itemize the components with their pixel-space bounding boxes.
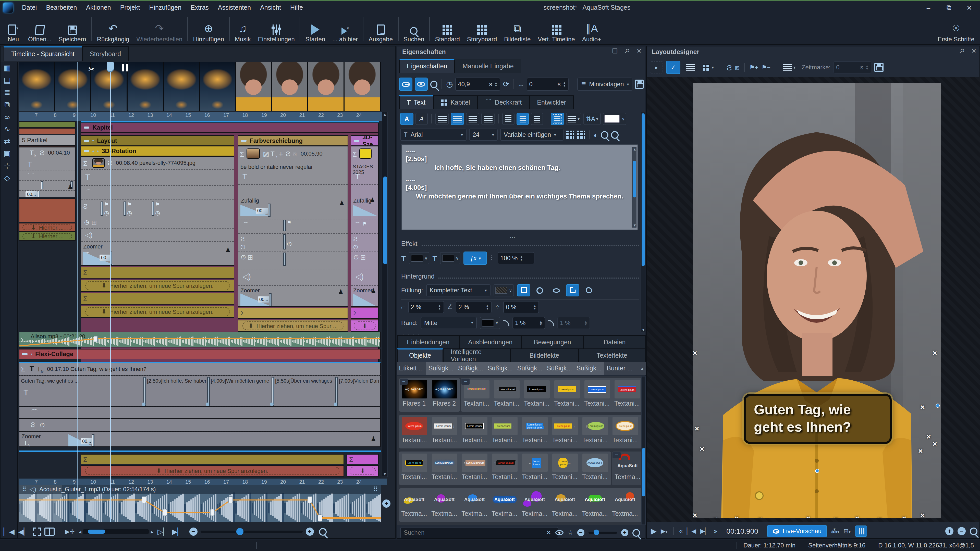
- playhead-line[interactable]: [110, 72, 111, 522]
- selection-handle-x[interactable]: ×: [902, 514, 907, 518]
- selection-handle-x[interactable]: ×: [932, 439, 937, 448]
- drop-zone-hierher[interactable]: ⬇Hierher ...: [22, 233, 72, 239]
- menu-datei[interactable]: Datei: [18, 0, 41, 15]
- erste-schritte-button[interactable]: ☉Erste Schritte: [934, 14, 978, 44]
- outline-color-picker[interactable]: ∨: [440, 252, 461, 264]
- selection-handle-x[interactable]: ×: [877, 515, 882, 518]
- pin-panel-icon[interactable]: ⚲: [623, 47, 631, 55]
- szene-content[interactable]: Σ STAGES 2025 T Zufällig ♟ ▨ ⌒⚑ Ƨ◷ ◷⊞ ◁)…: [351, 146, 379, 306]
- close-button[interactable]: ✕: [959, 1, 979, 14]
- selection-handle-x[interactable]: ×: [806, 514, 811, 518]
- storyboard-view-button[interactable]: Storyboard: [463, 14, 501, 44]
- font-size-dropdown[interactable]: 24▾: [469, 129, 498, 141]
- play-pointer-icon[interactable]: ▶✛: [65, 528, 75, 535]
- visibility-button[interactable]: [415, 78, 428, 91]
- float-panel-icon[interactable]: ❑: [612, 48, 618, 55]
- selection-handle-x[interactable]: ×: [695, 424, 699, 433]
- playlist-icon[interactable]: ⊞▾: [843, 527, 851, 535]
- add-keyframe-icon[interactable]: ⚑+: [749, 64, 759, 71]
- selection-handle-x[interactable]: ×: [920, 511, 925, 518]
- tab-kapitel[interactable]: Kapitel: [433, 95, 477, 109]
- padding-x-spinner[interactable]: 2 %▲▼: [408, 301, 444, 313]
- flexi-collage-track-header[interactable]: Flexi-Collage: [19, 349, 381, 359]
- collapse-group-button[interactable]: −: [612, 452, 620, 458]
- contrast-icon[interactable]: ◐: [593, 130, 598, 139]
- levels-button[interactable]: [855, 526, 867, 537]
- layout-grid-icon[interactable]: [566, 130, 574, 139]
- tab-manuelle-eingabe[interactable]: Manuelle Eingabe: [455, 59, 521, 73]
- motion-path-icon[interactable]: Ƨ: [727, 63, 732, 72]
- zoom-in-text-icon[interactable]: [601, 131, 608, 138]
- einstellungen-button[interactable]: Einstellungen: [255, 14, 298, 44]
- close-panel-icon[interactable]: ✕: [971, 48, 977, 55]
- align-center-button[interactable]: [451, 113, 464, 125]
- list-options-button[interactable]: ▾: [780, 61, 799, 73]
- text-overlay[interactable]: Guten Tag, wie geht es Ihnen?: [744, 394, 892, 444]
- object-item[interactable]: Lorem ipsum Textani...: [612, 380, 642, 407]
- prev-keyframe-icon[interactable]: ▏◀: [687, 527, 696, 535]
- preview-zoom-fit[interactable]: [970, 527, 977, 535]
- object-item[interactable]: ←Lorem ipsum Textani...: [520, 454, 550, 481]
- list-style-button[interactable]: ▾: [566, 113, 581, 125]
- tab-objekte[interactable]: Objekte: [397, 348, 443, 362]
- neu-button[interactable]: ▾Neu: [2, 14, 24, 44]
- timeline-zoom-slider[interactable]: [200, 530, 302, 533]
- font-color-picker[interactable]: ∨: [603, 113, 626, 125]
- valign-middle-button[interactable]: [517, 113, 529, 125]
- text-wrap-button[interactable]: [551, 113, 564, 125]
- group-etikett[interactable]: Etikett ...: [397, 365, 426, 372]
- storyboard-pages-icon[interactable]: [45, 527, 55, 536]
- zoomer-row[interactable]: Zoomer Tfx 00... ♟: [19, 432, 381, 447]
- bold-button[interactable]: A: [400, 113, 414, 125]
- object-item[interactable]: Lorem ipsumdolor sit amet Textani...: [520, 417, 550, 444]
- skip-end-icon[interactable]: ▶▏: [172, 527, 183, 536]
- partikel-label[interactable]: 5 Partikel: [19, 135, 75, 145]
- save-template-icon[interactable]: [635, 79, 644, 89]
- thumb-size-slider[interactable]: [589, 532, 617, 534]
- drop-zone-hierher[interactable]: ⬇Hierher ...: [22, 224, 72, 230]
- select-tool-button[interactable]: ▸: [650, 61, 663, 73]
- filmstrip-preview[interactable]: [19, 62, 381, 111]
- menu-extras[interactable]: Extras: [186, 0, 213, 15]
- vert-timeline-button[interactable]: Vert. Timeline: [534, 14, 578, 44]
- align-right-button[interactable]: [466, 113, 479, 125]
- timeline-tool-list-icon[interactable]: ≣: [0, 86, 14, 98]
- padding-y-spinner[interactable]: 2 %▲▼: [456, 301, 492, 313]
- opacity-spinner[interactable]: 100 %▲▼: [498, 252, 535, 264]
- kapitel-track-header[interactable]: Kapitel: [81, 122, 379, 133]
- farbverschiebung-track-header[interactable]: Farbverschiebung: [238, 135, 348, 146]
- tab-deckkraft[interactable]: ⌒Deckkraft: [478, 95, 530, 109]
- object-item[interactable]: AquaSoftTextma...: [550, 490, 580, 517]
- menu-bearbeiten[interactable]: Bearbeiten: [41, 0, 81, 15]
- object-item[interactable]: AquaSoftTextma...: [460, 490, 490, 517]
- selection-handle-x[interactable]: ×: [834, 515, 838, 518]
- timeline-tool-handles-icon[interactable]: ◇: [0, 172, 14, 184]
- object-item[interactable]: Lor m ips m Textani...: [399, 454, 429, 481]
- selection-handle-x[interactable]: ×: [713, 515, 718, 518]
- selection-handle-x[interactable]: ×: [693, 348, 697, 357]
- italic-button[interactable]: A: [415, 113, 428, 125]
- timeline-ruler[interactable]: 789101112131415161718192021222324: [19, 112, 387, 121]
- object-item[interactable]: AquaSoftTextma...: [520, 490, 550, 517]
- bilderliste-button[interactable]: ⧉Bilderliste: [501, 14, 534, 44]
- collapse-group-button[interactable]: −: [400, 379, 408, 385]
- prev-frame-icon[interactable]: ◀▏: [18, 527, 29, 536]
- rueckgaengig-button[interactable]: ↶Rückgängig: [94, 14, 133, 44]
- szene-track-header[interactable]: 3D-Sze: [351, 135, 379, 146]
- next-frame-icon[interactable]: ▷▏: [158, 527, 169, 536]
- layers-button[interactable]: [683, 61, 697, 73]
- preview-area[interactable]: Guten Tag, wie geht es Ihnen? ××××××××××…: [647, 77, 980, 522]
- text-editor[interactable]: ----- [2.50s] Ich hoffe, Sie haben einen…: [401, 144, 638, 230]
- close-panel-icon[interactable]: ✕: [636, 48, 641, 55]
- preview-zoom-in[interactable]: +: [945, 527, 953, 535]
- offset-spinner[interactable]: 0s ▲▼: [527, 78, 569, 91]
- shape-path-button[interactable]: [566, 284, 579, 297]
- selection-handle-x[interactable]: ×: [700, 445, 704, 453]
- border-color-picker[interactable]: ∨: [480, 317, 500, 329]
- object-item[interactable]: Lorem ipsum→ Textani...: [550, 417, 580, 444]
- selection-handle-x[interactable]: ×: [758, 515, 762, 518]
- object-item[interactable]: Lorem ipsum→ Textani...: [550, 454, 580, 481]
- menu-hinzufuegen[interactable]: Hinzufügen: [145, 0, 186, 15]
- border-radius-spinner[interactable]: 1 %▲▼: [557, 317, 590, 329]
- drop-zone-new-track[interactable]: ⬇Hierher ziehen, um neue Spur anzulegen.: [85, 307, 230, 316]
